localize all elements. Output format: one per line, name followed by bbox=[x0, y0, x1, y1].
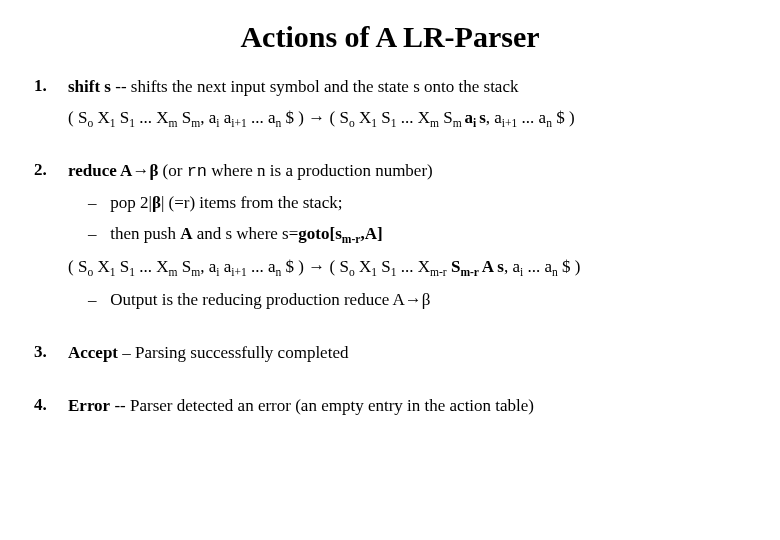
accept-text: Accept – Parsing successfully completed bbox=[68, 342, 746, 365]
reduce-stack-transition: ( So X1 S1 ... Xm Sm, ai ai+1 ... an $ )… bbox=[68, 256, 746, 279]
item-shift: 1. shift s -- shifts the next input symb… bbox=[34, 76, 746, 138]
reduce-push: – then push A and s where s=goto[sm-r,A] bbox=[88, 223, 746, 246]
reduce-pop: – pop 2|β| (=r) items from the stack; bbox=[88, 192, 746, 215]
arrow-icon: → bbox=[308, 257, 325, 276]
shift-description: shift s -- shifts the next input symbol … bbox=[68, 76, 746, 99]
dash-icon: – bbox=[88, 289, 106, 312]
reduce-description: reduce A→β (or rn where n is a productio… bbox=[68, 160, 746, 184]
error-text: Error -- Parser detected an error (an em… bbox=[68, 395, 746, 418]
arrow-icon: → bbox=[308, 108, 325, 127]
action-list: 1. shift s -- shifts the next input symb… bbox=[34, 76, 746, 425]
item-accept: 3. Accept – Parsing successfully complet… bbox=[34, 342, 746, 373]
item-number: 4. bbox=[34, 395, 68, 426]
dash-icon: – bbox=[88, 192, 106, 215]
item-error: 4. Error -- Parser detected an error (an… bbox=[34, 395, 746, 426]
item-body: reduce A→β (or rn where n is a productio… bbox=[68, 160, 746, 320]
slide: Actions of A LR-Parser 1. shift s -- shi… bbox=[0, 0, 780, 457]
item-body: Error -- Parser detected an error (an em… bbox=[68, 395, 746, 426]
shift-stack-transition: ( So X1 S1 ... Xm Sm, ai ai+1 ... an $ )… bbox=[68, 107, 746, 130]
item-number: 2. bbox=[34, 160, 68, 320]
item-reduce: 2. reduce A→β (or rn where n is a produc… bbox=[34, 160, 746, 320]
page-title: Actions of A LR-Parser bbox=[34, 20, 746, 54]
item-body: shift s -- shifts the next input symbol … bbox=[68, 76, 746, 138]
item-body: Accept – Parsing successfully completed bbox=[68, 342, 746, 373]
reduce-output: – Output is the reducing production redu… bbox=[88, 289, 746, 312]
item-number: 3. bbox=[34, 342, 68, 373]
item-number: 1. bbox=[34, 76, 68, 138]
dash-icon: – bbox=[88, 223, 106, 246]
